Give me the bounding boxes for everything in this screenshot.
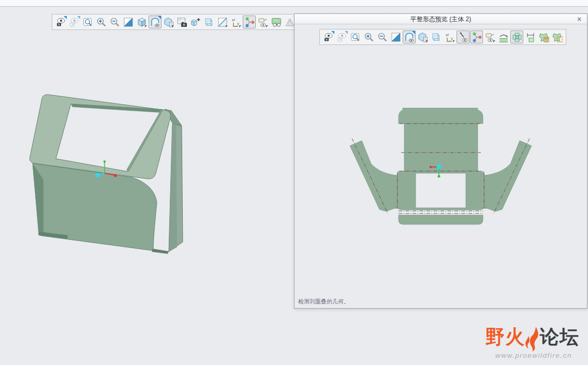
flyout-arrow-icon	[239, 25, 241, 27]
appearance-gallery-button[interactable]	[162, 16, 175, 28]
flyout-corner-badge	[77, 16, 80, 19]
zoom-window-icon	[82, 17, 94, 28]
flyout-corner-badge	[158, 16, 161, 19]
zoom-out-icon	[109, 17, 121, 28]
datum-display-filter-button[interactable]: x/y	[229, 16, 242, 28]
close-icon[interactable]: ×	[575, 14, 583, 24]
zoom-out-button[interactable]	[108, 16, 121, 28]
bend-state-preview-button[interactable]	[149, 16, 161, 28]
review-display-icon	[271, 17, 282, 28]
repaint-icon	[123, 17, 134, 28]
flyout-arrow-icon	[226, 25, 228, 27]
flat-pattern-canvas[interactable]	[295, 24, 587, 308]
view-snapshot-icon	[177, 17, 188, 28]
review-display-button[interactable]	[270, 16, 283, 28]
watermark-brand-left: 野火	[486, 324, 525, 350]
sheetmetal-part-3d[interactable]	[30, 95, 183, 254]
watermark-brand-right: 论坛	[540, 324, 579, 350]
spin-view-button[interactable]	[54, 16, 67, 28]
new-body-button[interactable]	[189, 16, 202, 28]
flyout-arrow-icon	[172, 25, 174, 27]
view-history-button[interactable]	[68, 16, 81, 28]
repaint-button[interactable]	[122, 16, 135, 28]
named-views-button[interactable]	[135, 16, 148, 28]
flyout-arrow-icon	[266, 25, 268, 27]
flyout-corner-badge	[64, 16, 67, 19]
overlap-warning-text: 检测到重叠的几何。	[298, 298, 349, 306]
forum-watermark: 野火 论坛 www.proewildfire.cn	[486, 323, 582, 359]
application-window: x/y 平整形态预览 (主体 2) × x/y	[0, 0, 588, 365]
new-body-icon	[190, 17, 201, 28]
flat-state-preview-dialog: 平整形态预览 (主体 2) × x/y	[294, 13, 587, 309]
zoom-in-icon	[96, 17, 107, 28]
zoom-in-button[interactable]	[95, 16, 108, 28]
transparent-display-icon	[203, 17, 215, 28]
flame-icon	[524, 324, 541, 354]
annotation-display-button[interactable]	[256, 16, 269, 28]
dialog-title: 平整形态预览 (主体 2)	[410, 16, 471, 23]
ribbon-strip	[0, 0, 588, 7]
transparent-display-button[interactable]	[202, 16, 215, 28]
svg-text:y: y	[237, 21, 239, 26]
point-display-button[interactable]	[243, 16, 256, 28]
dialog-titlebar[interactable]: 平整形态预览 (主体 2) ×	[295, 14, 587, 24]
section-view-button[interactable]	[216, 16, 229, 28]
svg-text:x/: x/	[232, 18, 236, 22]
flyout-arrow-icon	[145, 25, 147, 27]
zoom-window-button[interactable]	[81, 16, 94, 28]
main-view-toolbar: x/y	[52, 14, 299, 30]
point-display-icon	[244, 17, 255, 28]
view-snapshot-button[interactable]	[175, 16, 188, 28]
